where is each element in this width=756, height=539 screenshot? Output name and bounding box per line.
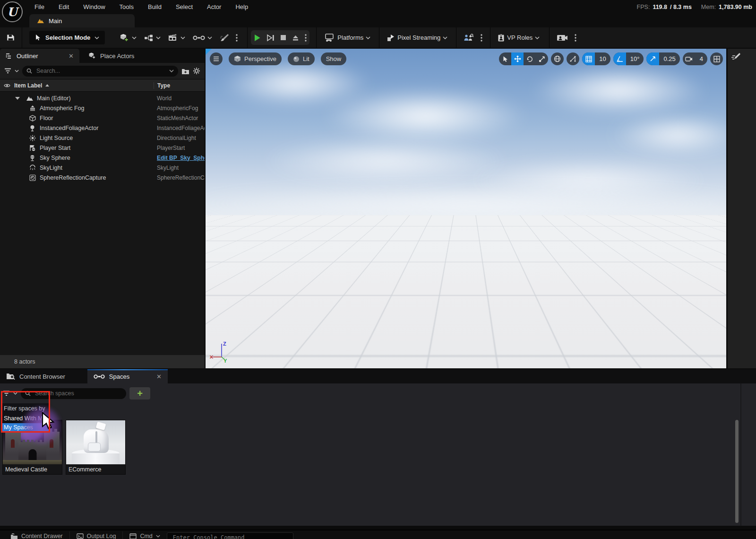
blueprints-dropdown[interactable] <box>140 27 164 48</box>
tab-main-level[interactable]: Main <box>29 14 135 27</box>
snap-icon <box>569 55 576 62</box>
camera-speed-control[interactable]: 4 <box>683 52 707 65</box>
outliner-row-light-source[interactable]: Light Source DirectionalLight <box>0 133 205 143</box>
tab-outliner[interactable]: Outliner ✕ <box>0 49 79 63</box>
type-column-header[interactable]: Type <box>154 82 205 89</box>
visibility-column-header[interactable] <box>0 83 14 88</box>
item-label-column-header[interactable]: Item Label <box>14 82 154 89</box>
spaces-toolbar-dropdown[interactable] <box>189 27 216 48</box>
scale-tool-button[interactable] <box>536 52 548 65</box>
select-tool-button[interactable] <box>499 52 511 65</box>
menu-window[interactable]: Window <box>76 0 112 14</box>
globe-icon <box>554 55 561 62</box>
rotation-snap-icon <box>613 52 626 65</box>
spaces-filter-icon[interactable] <box>3 391 10 396</box>
eye-icon <box>4 83 10 88</box>
tab-spaces[interactable]: Spaces ✕ <box>87 369 168 383</box>
scale-snap-control[interactable]: 0.25 <box>646 52 679 65</box>
menu-edit[interactable]: Edit <box>52 0 76 14</box>
panel-edge-divider <box>740 383 741 526</box>
outliner-row-sky-sphere[interactable]: Sky Sphere Edit BP_Sky_Sphere <box>0 153 205 163</box>
content-drawer-button[interactable]: Content Drawer <box>0 530 69 539</box>
outliner-search-input[interactable] <box>35 67 166 75</box>
play-controls <box>251 30 309 45</box>
spaces-search-input[interactable] <box>34 390 122 397</box>
menu-build[interactable]: Build <box>141 0 169 14</box>
frame-skip-button[interactable] <box>266 34 275 42</box>
save-button[interactable] <box>3 27 18 48</box>
outliner-row-instanced-foliage[interactable]: InstancedFoliageActor InstancedFoliageAc… <box>0 123 205 133</box>
tab-content-browser[interactable]: Content Browser <box>0 369 71 383</box>
pixel-streaming-dropdown[interactable]: Pixel Streaming <box>383 27 451 48</box>
edit-pencil-icon[interactable] <box>730 52 741 61</box>
settings-gear-icon[interactable] <box>193 67 200 75</box>
new-folder-icon[interactable] <box>181 68 189 75</box>
outliner-searchbox[interactable] <box>22 66 178 77</box>
move-tool-button[interactable] <box>511 52 524 65</box>
show-flags-dropdown[interactable]: Show <box>321 52 347 65</box>
menu-help[interactable]: Help <box>228 0 255 14</box>
multi-user-kebab[interactable] <box>478 27 485 48</box>
outliner-row-main-editor[interactable]: Main (Editor) World <box>0 93 205 103</box>
platforms-dropdown[interactable]: Platforms <box>320 27 374 48</box>
tab-place-actors[interactable]: Place Actors <box>82 49 140 63</box>
viewport-options-button[interactable] <box>210 52 223 65</box>
expand-collapse-icon[interactable] <box>15 97 20 100</box>
camera-kebab[interactable] <box>572 27 579 48</box>
output-log-button[interactable]: Output Log <box>70 530 123 539</box>
grid-snap-control[interactable]: 10 <box>582 52 610 65</box>
virtual-camera-button[interactable] <box>553 27 572 48</box>
viewport-toolbar-left: Perspective Lit Show <box>210 52 346 65</box>
console-command-input[interactable] <box>172 534 288 539</box>
eject-button[interactable] <box>292 35 299 41</box>
rotation-snap-control[interactable]: 10° <box>613 52 644 65</box>
hamburger-menu-icon <box>213 56 219 61</box>
filter-option-shared-with-me[interactable]: Shared With Me <box>1 414 50 423</box>
unreal-logo-icon[interactable]: U <box>2 1 23 22</box>
world-local-space-button[interactable] <box>551 52 564 65</box>
surface-snapping-button[interactable] <box>567 52 579 65</box>
modes-overflow-menu[interactable] <box>233 27 241 48</box>
blueprint-graph-icon <box>144 34 154 42</box>
menu-file[interactable]: File <box>27 0 52 14</box>
search-options-chevron-icon[interactable] <box>169 70 174 72</box>
selection-mode-dropdown[interactable]: Selection Mode <box>29 31 105 44</box>
vp-roles-dropdown[interactable]: VP Roles <box>494 27 543 48</box>
outliner-row-sphere-reflection[interactable]: SphereReflectionCapture SphereReflection… <box>0 173 205 183</box>
performance-stats: FPS: 119.8 / 8.3 ms Mem: 1,783.90 mb <box>637 0 752 14</box>
menu-tools[interactable]: Tools <box>112 0 141 14</box>
add-space-button[interactable]: + <box>129 387 150 400</box>
spaces-searchbox[interactable] <box>21 388 126 399</box>
play-button[interactable] <box>254 34 261 42</box>
level-viewport[interactable]: Perspective Lit Show <box>206 49 726 368</box>
play-options-kebab-icon[interactable] <box>305 34 307 42</box>
space-card-ecommerce[interactable]: ECommerce <box>66 420 126 475</box>
paint-mode-button[interactable] <box>216 27 233 48</box>
lit-mode-dropdown[interactable]: Lit <box>288 52 315 65</box>
filter-icon[interactable] <box>4 68 11 74</box>
filter-chevron-icon[interactable] <box>15 70 19 72</box>
cmd-dropdown[interactable]: Cmd <box>123 530 166 539</box>
kebab-menu-icon <box>575 34 576 42</box>
platforms-icon <box>324 34 335 42</box>
menu-actor[interactable]: Actor <box>200 0 228 14</box>
close-outliner-icon[interactable]: ✕ <box>69 52 74 60</box>
perspective-dropdown[interactable]: Perspective <box>229 52 282 65</box>
add-actor-dropdown[interactable] <box>115 27 140 48</box>
outliner-row-player-start[interactable]: Player Start PlayerStart <box>0 143 205 153</box>
close-spaces-icon[interactable]: ✕ <box>156 373 162 380</box>
spaces-filter-chevron-icon[interactable] <box>13 392 17 395</box>
rotate-tool-button[interactable] <box>524 52 536 65</box>
cinematics-dropdown[interactable] <box>164 27 189 48</box>
maximize-viewport-button[interactable] <box>710 52 723 65</box>
menu-select[interactable]: Select <box>169 0 200 14</box>
filter-option-my-spaces[interactable]: My Spaces <box>1 423 50 432</box>
spaces-scrollbar[interactable] <box>735 420 739 523</box>
outliner-row-skylight[interactable]: SkyLight SkyLight <box>0 163 205 173</box>
multi-user-button[interactable] <box>460 27 478 48</box>
console-command-field[interactable] <box>167 532 293 539</box>
outliner-row-atmospheric-fog[interactable]: Atmospheric Fog AtmosphericFog <box>0 103 205 113</box>
stop-button[interactable] <box>280 35 286 41</box>
edit-blueprint-link[interactable]: Edit BP_Sky_Sphere <box>154 155 205 161</box>
outliner-row-floor[interactable]: Floor StaticMeshActor <box>0 113 205 123</box>
